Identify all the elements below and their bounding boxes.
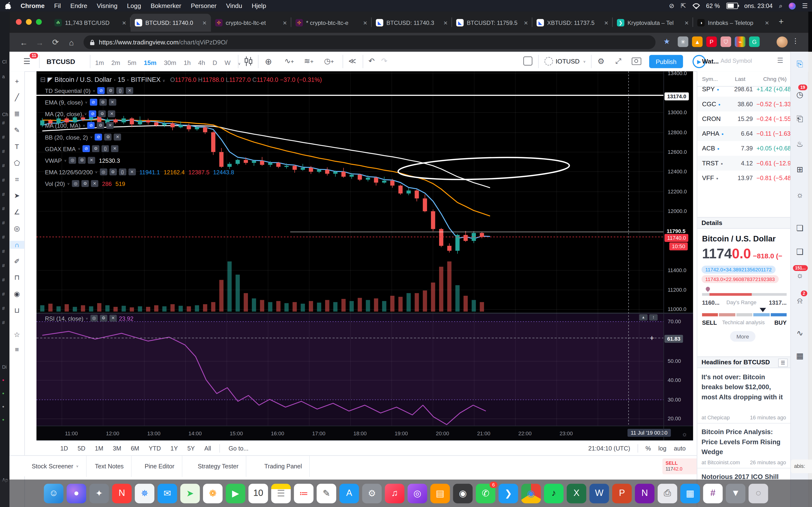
forward-icon[interactable]: → [32,38,48,47]
compare-button[interactable]: ⊕ [265,56,272,67]
bottom-tab-strategy-tester[interactable]: Strategy Tester [191,456,247,477]
dock-slack-icon[interactable]: # [703,484,723,503]
scale-log[interactable]: log [658,445,666,451]
watchlist-row-CGC[interactable]: CGC●38.60−0.52 (−1.33%) [697,97,790,111]
back-icon[interactable]: ← [16,38,32,47]
tab-close-icon[interactable]: ✕ [363,20,367,25]
range-6M[interactable]: 6M [131,445,139,451]
tab-close-icon[interactable]: ✕ [122,20,126,25]
sell-button[interactable]: SELL11742.0 [662,458,699,474]
zoom-tool[interactable]: ◎ [9,225,24,232]
range-All[interactable]: All [204,445,211,451]
dock-music-icon[interactable]: ♫ [385,484,405,503]
price-axis[interactable]: 13400.013000.012800.012600.012400.012200… [663,71,693,440]
more-button[interactable]: More [730,331,755,342]
time-axis[interactable]: 11:0012:0013:0014:0015:0016:0017:0018:00… [37,426,693,440]
browser-tab-4[interactable]: ✣* crypto-btc-ltc-e✕ [291,14,372,32]
snapshot-camera-icon[interactable] [632,57,641,65]
undo-icon[interactable]: ↶ [368,56,375,65]
profile-avatar[interactable] [776,37,788,48]
rsi-legend[interactable]: RSI (14, close)∨ ◎⚙✕ 23.92 [45,315,134,322]
interval-4h[interactable]: 4h [198,59,205,67]
menu-hjelp[interactable]: Hjelp [247,2,271,10]
dock-notes-icon[interactable]: ☰ [271,484,291,503]
redo-icon[interactable]: ↷ [381,56,388,65]
browser-tab-8[interactable]: ❯Kryptovaluta – Tel✕ [613,14,693,32]
indicator-row-ma[interactable]: MA (100, MA)∨⊘⚙✕ [45,122,114,129]
indicator-row-gdax[interactable]: GDAX EMA∨⊘⚙{}✕ [45,145,119,152]
indicator-row-bb[interactable]: BB (20, close, 2)∨⊘⚙✕ [45,133,121,140]
utc-clock[interactable]: 21:04:10 (UTC) [588,445,630,451]
boomerang-extension-icon[interactable]: ⌁ [735,37,746,47]
price-chart-canvas[interactable]: + [37,71,663,426]
browser-tab-6[interactable]: ◣BTCUSDT: 11759.5✕ [452,14,532,32]
home-icon[interactable]: ⌂ [63,38,80,47]
browser-tab-5[interactable]: ◣BTCUSD: 11740.3✕ [372,14,452,32]
ideas-icon[interactable]: ☼ [791,190,809,199]
watchlist-row-SPY[interactable]: SPY●298.61+1.42 (+0.48%) [697,82,790,97]
menu-fil[interactable]: Fil [49,2,65,10]
chart-settings-gear-icon[interactable]: ⚙ [597,56,604,66]
omnibox-url-field[interactable]: https://www.tradingview.com/chart/qViPzD… [84,36,656,49]
tab-close-icon[interactable]: ✕ [524,20,528,25]
indicator-row-ema[interactable]: EMA 12/26/50/200∨◎⚙{}✕11941.112162.41238… [45,169,234,175]
watchlist-row-ACB[interactable]: ACB●7.39+0.05 (+0.68%) [697,141,790,156]
range-3M[interactable]: 3M [113,445,121,451]
fib-tool[interactable]: ≣ [9,110,24,118]
tab-close-icon[interactable]: ✕ [202,20,207,25]
dock-photobooth-icon[interactable]: ◉ [453,484,473,503]
tab-close-icon[interactable]: ✕ [443,20,448,25]
magnet-tool[interactable]: ∩ [9,241,24,249]
menu-app-name[interactable]: Chrome [16,2,50,10]
adblock-extension-icon[interactable]: ⛉ [721,37,731,47]
dock-reminders-icon[interactable]: ≔ [294,484,313,503]
chart-area[interactable]: + ⊟ ◤ Bitcoin / U.S. Dollar · 15 · BITFI… [37,71,693,440]
brush-tool[interactable]: ✎ [9,126,24,134]
headlines-section-header[interactable]: Headlines for BTCUSD☰ [697,356,790,368]
angle-tool[interactable]: ∠ [9,208,24,216]
interval-1m[interactable]: 1m [95,59,104,67]
tab-close-icon[interactable]: ✕ [765,20,769,25]
menu-vindu[interactable]: Vindu [221,2,247,10]
chart-style-button[interactable] [244,56,253,67]
hubspot-extension-icon[interactable]: ✳ [678,37,688,47]
headlines-list-icon[interactable]: ☰ [778,358,788,367]
dock-calendar-icon[interactable]: 10 [248,484,268,503]
spotlight-search-icon[interactable]: ⌕ [779,2,782,10]
dock-books-icon[interactable]: ▤ [430,484,450,503]
templates-button[interactable]: ≋+ [304,56,314,65]
publish-button[interactable]: Publish [649,55,683,68]
dnd-icon[interactable]: ⊘ [669,2,674,10]
interval-15m[interactable]: 15m [144,59,157,67]
browser-tab-3[interactable]: ✣crypto-btc-ltc-et✕ [211,14,292,32]
notebook-icon[interactable]: ⎘ [791,59,809,68]
dock-spotify-icon[interactable]: ♪ [544,484,564,503]
bottom-tab-text-notes[interactable]: Text Notes [88,456,132,477]
symbol-search-button[interactable]: BTCUSD [47,57,75,65]
alert-button[interactable]: ◷+ [324,56,334,65]
tab-close-icon[interactable]: ✕ [604,20,608,25]
calendar-icon[interactable]: ⊞ [791,165,809,174]
indicator-row-ema[interactable]: EMA (9, close)∨⊘⚙✕ [45,99,116,106]
bottom-tab-pine-editor[interactable]: Pine Editor [137,456,183,477]
bar-replay-icon[interactable]: ≪ [349,56,356,65]
tab-close-icon[interactable]: ✕ [684,20,689,25]
rsi-resize-button[interactable]: ↕ [649,314,658,321]
interval-30m[interactable]: 30m [164,59,176,67]
pane-collapse-icon[interactable]: ⊟ [40,76,46,83]
bookmark-star-icon[interactable]: ★ [663,37,670,45]
dock-news-icon[interactable]: N [112,484,132,503]
bottom-tab-stock-screener[interactable]: Stock Screener∨ [24,456,87,477]
fullscreen-icon[interactable]: ⤢ [615,56,621,65]
dock-chrome-icon[interactable]: ◉ [521,484,541,503]
indicator-row-ma[interactable]: MA (20, close)∨⊘⚙✕ [45,110,115,117]
watchlist-row-VFF[interactable]: VFF●13.97−0.81 (−5.48%) [697,171,790,185]
dock-printer-icon[interactable]: ⎙ [658,484,677,503]
hotlists-icon[interactable]: ♨ [791,139,809,149]
window-controls[interactable] [16,19,42,25]
indicator-row-vol[interactable]: Vol (20)∨◎⚙✕286519 [45,180,125,187]
dock-keynote-icon[interactable]: ▦ [680,484,700,503]
dock-trash-icon[interactable]: ◌ [749,484,768,503]
private-chat-icon[interactable]: ❑ [791,247,809,257]
menu-visning[interactable]: Visning [92,2,122,10]
